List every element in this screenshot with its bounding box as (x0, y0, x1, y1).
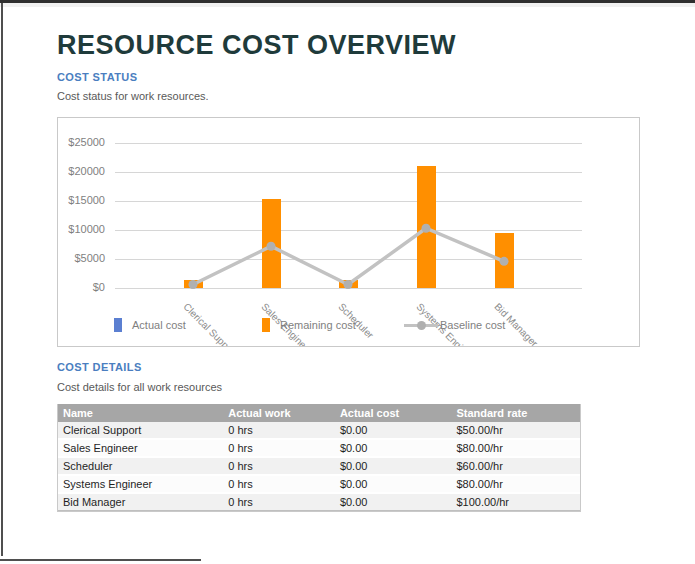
table-row: Scheduler0 hrs$0.00$60.00/hr (58, 458, 580, 476)
table-cell: Systems Engineer (58, 476, 223, 494)
table-cell: 0 hrs (223, 422, 335, 440)
legend-label: Baseline cost (440, 319, 505, 331)
section-heading-cost-details: COST DETAILS (57, 361, 142, 373)
table-cell: $60.00/hr (451, 458, 580, 476)
legend-item-remaining-cost: Remaining cost (262, 318, 356, 334)
table-row: Clerical Support0 hrs$0.00$50.00/hr (58, 422, 580, 440)
table-cell: Sales Engineer (58, 440, 223, 458)
section-heading-cost-status: COST STATUS (57, 71, 137, 83)
cost-details-table: NameActual workActual costStandard rate … (57, 404, 581, 512)
table-header-row: NameActual workActual costStandard rate (58, 404, 580, 422)
table-cell: $80.00/hr (451, 440, 580, 458)
window-edge-strip (0, 3, 695, 7)
table-cell: Scheduler (58, 458, 223, 476)
legend-item-actual-cost: Actual cost (114, 318, 186, 334)
table-cell: Clerical Support (58, 422, 223, 440)
window-edge-bottom (0, 559, 201, 561)
table-row: Bid Manager0 hrs$0.00$100.00/hr (58, 494, 580, 511)
table-cell: $50.00/hr (451, 422, 580, 440)
baseline-cost-point (500, 257, 509, 266)
table-cell: Bid Manager (58, 494, 223, 511)
table-cell: 0 hrs (223, 476, 335, 494)
section-desc-cost-details: Cost details for all work resources (57, 381, 222, 393)
table-cell: $0.00 (335, 440, 452, 458)
actual-cost-swatch-icon (114, 318, 122, 332)
table-header-cell: Name (58, 404, 223, 422)
table-cell: 0 hrs (223, 458, 335, 476)
table-cell: $100.00/hr (451, 494, 580, 511)
baseline-cost-point (189, 280, 198, 289)
legend-label: Actual cost (132, 319, 186, 331)
table-cell: 0 hrs (223, 494, 335, 511)
section-desc-cost-status: Cost status for work resources. (57, 90, 209, 102)
remaining-cost-swatch-icon (262, 318, 270, 332)
table-header-cell: Actual cost (335, 404, 452, 422)
baseline-cost-point (267, 242, 276, 251)
baseline-cost-point (344, 280, 353, 289)
window-edge-left (1, 3, 3, 556)
table-header-cell: Standard rate (451, 404, 580, 422)
table-row: Systems Engineer0 hrs$0.00$80.00/hr (58, 476, 580, 494)
table-row: Sales Engineer0 hrs$0.00$80.00/hr (58, 440, 580, 458)
table-cell: 0 hrs (223, 440, 335, 458)
table-cell: $80.00/hr (451, 476, 580, 494)
table-cell: $0.00 (335, 458, 452, 476)
legend-label: Remaining cost (280, 319, 356, 331)
baseline-cost-point (422, 224, 431, 233)
table-cell: $0.00 (335, 422, 452, 440)
table-header-cell: Actual work (223, 404, 335, 422)
cost-status-chart: $0$5000$10000$15000$20000$25000Clerical … (57, 117, 640, 347)
baseline-cost-line-icon (404, 318, 438, 332)
table-cell: $0.00 (335, 476, 452, 494)
page-title: RESOURCE COST OVERVIEW (57, 30, 456, 61)
table-cell: $0.00 (335, 494, 452, 511)
legend-item-baseline-cost: Baseline cost (404, 318, 505, 334)
